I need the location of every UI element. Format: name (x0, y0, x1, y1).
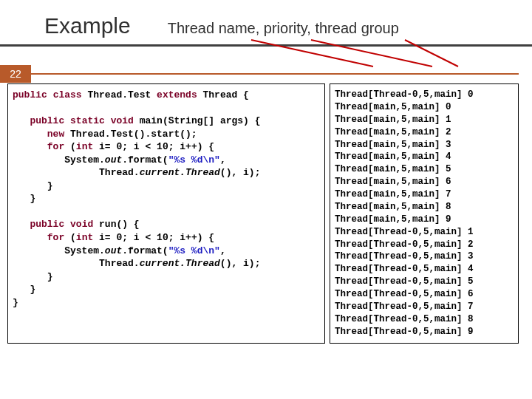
string-literal: "%s %d\n" (168, 245, 220, 256)
code-text: System. (64, 154, 105, 166)
output-box: Thread[Thread-0,5,main] 0 Thread[main,5,… (330, 83, 519, 344)
kw-int: int (76, 232, 93, 243)
code-text: Thread { (203, 89, 249, 100)
code-text: main(String[] args) { (140, 115, 261, 126)
kw-public: public (30, 115, 64, 126)
header: Example Thread name, priority, thread gr… (0, 0, 532, 47)
kw-static: static (70, 115, 105, 126)
code-text: .format( (122, 245, 168, 256)
kw-void: void (70, 219, 93, 230)
code-text: .format( (122, 154, 168, 166)
code-text: , (220, 154, 226, 166)
method-currentthread: current.Thread (140, 167, 220, 178)
code-text: , (220, 245, 226, 256)
code-text: } (30, 193, 35, 204)
code-text: ( (70, 141, 76, 152)
code-text: i= 0; i < 10; i++) { (99, 141, 214, 152)
kw-public: public (30, 219, 64, 230)
method-currentthread: current.Thread (140, 258, 220, 269)
code-text: Thread. (99, 258, 140, 269)
code-text: } (13, 297, 18, 308)
code-text: } (47, 180, 53, 191)
code-text: ( (70, 232, 76, 243)
field-out: out (105, 154, 122, 166)
string-literal: "%s %d\n" (168, 154, 220, 166)
field-out: out (105, 245, 122, 256)
code-text: } (30, 284, 35, 295)
content-area: public class Thread.Test extends Thread … (0, 47, 532, 351)
kw-void: void (111, 115, 134, 126)
code-text: run() { (99, 219, 140, 230)
code-text: Thread.Test().start(); (70, 129, 197, 140)
code-text: (), i); (220, 258, 261, 269)
slide-subtitle: Thread name, priority, thread group (168, 20, 399, 37)
code-text: Thread. (99, 167, 140, 178)
slide-title: Example (44, 13, 131, 38)
kw-for: for (47, 141, 64, 152)
code-text: i= 0; i < 10; i++) { (99, 232, 214, 243)
kw-new: new (47, 129, 64, 140)
kw-for: for (47, 232, 64, 243)
source-code-box: public class Thread.Test extends Thread … (7, 83, 325, 344)
code-text: System. (64, 245, 105, 256)
kw-public: public (13, 89, 47, 100)
classname: Thread.Test (87, 89, 151, 100)
kw-class: class (53, 89, 82, 100)
code-text: } (47, 271, 53, 282)
code-text: (), i); (220, 167, 261, 178)
kw-extends: extends (157, 89, 197, 100)
kw-int: int (76, 141, 93, 152)
